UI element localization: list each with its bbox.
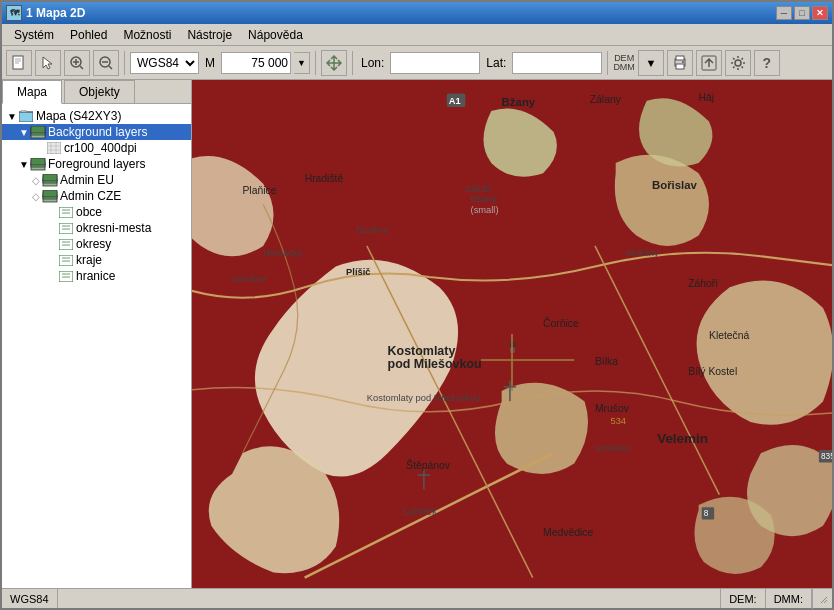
- okresni-icon: [58, 221, 74, 235]
- kraje-label: kraje: [76, 253, 102, 267]
- pan-button[interactable]: [321, 50, 347, 76]
- scale-dropdown-arrow[interactable]: ▼: [294, 52, 310, 74]
- admin-eu-icon: [42, 173, 58, 187]
- expand-fg[interactable]: ▼: [18, 157, 30, 171]
- svg-text:Kostomlaty pod Milešovkou: Kostomlaty pod Milešovkou: [367, 393, 481, 403]
- close-button[interactable]: ✕: [812, 6, 828, 20]
- tree-item-hranice[interactable]: hranice: [2, 268, 191, 284]
- menu-help[interactable]: Nápověda: [240, 26, 311, 44]
- panel-tabs: Mapa Objekty: [2, 80, 191, 104]
- window-title: 1 Mapa 2D: [26, 6, 85, 20]
- svg-text:Medvědice: Medvědice: [543, 527, 593, 538]
- zoom-in-button[interactable]: [64, 50, 90, 76]
- minimize-button[interactable]: ─: [776, 6, 792, 20]
- title-bar-buttons: ─ □ ✕: [776, 6, 828, 20]
- scale-input[interactable]: [221, 52, 291, 74]
- tab-objects[interactable]: Objekty: [64, 80, 135, 103]
- config-button[interactable]: [725, 50, 751, 76]
- export-button[interactable]: [696, 50, 722, 76]
- sep4: [607, 51, 608, 75]
- tree-item-bg-layers[interactable]: ▼ Background layers: [2, 124, 191, 140]
- svg-rect-17: [19, 112, 33, 122]
- expand-admin-cze[interactable]: ◇: [30, 189, 42, 203]
- lon-label: Lon:: [358, 56, 387, 70]
- tree-item-cr100[interactable]: cr100_400dpi: [2, 140, 191, 156]
- maximize-button[interactable]: □: [794, 6, 810, 20]
- menu-view[interactable]: Pohled: [62, 26, 115, 44]
- svg-text:Bžany: Bžany: [471, 194, 497, 204]
- window-icon: 🗺: [6, 5, 22, 21]
- kraje-icon: [58, 253, 74, 267]
- svg-rect-35: [43, 190, 57, 197]
- tree-item-obce[interactable]: obce: [2, 204, 191, 220]
- svg-line-10: [109, 66, 112, 69]
- svg-text:Čorňice: Čorňice: [543, 317, 579, 329]
- svg-text:Luhnek: Luhnek: [403, 506, 438, 517]
- tree-item-okresy[interactable]: okresy: [2, 236, 191, 252]
- svg-text:Plaňice: Plaňice: [242, 185, 276, 196]
- tree-item-kraje[interactable]: kraje: [2, 252, 191, 268]
- okresy-icon: [58, 237, 74, 251]
- dem-arrow-button[interactable]: ▼: [638, 50, 664, 76]
- svg-text:Bílka: Bílka: [595, 356, 618, 367]
- map-canvas[interactable]: Bžany Zálany Háj Plaňice Hradiště Bořisl…: [192, 80, 832, 588]
- bg-layers-label: Background layers: [48, 125, 147, 139]
- menu-tools[interactable]: Nástroje: [179, 26, 240, 44]
- svg-rect-29: [31, 158, 45, 165]
- svg-text:534: 534: [610, 416, 626, 426]
- svg-point-14: [682, 61, 684, 63]
- svg-text:Háj: Háj: [699, 92, 715, 103]
- svg-text:Záhoří: Záhoří: [688, 278, 718, 289]
- lon-input[interactable]: [390, 52, 480, 74]
- resize-grip[interactable]: [812, 589, 832, 609]
- lat-input[interactable]: [512, 52, 602, 74]
- svg-text:Plíšič: Plíšič: [346, 267, 370, 277]
- tree-item-fg-layers[interactable]: ▼ Foreground layers: [2, 156, 191, 172]
- obce-icon: [58, 205, 74, 219]
- expand-admin-eu[interactable]: ◇: [30, 173, 42, 187]
- print-button[interactable]: [667, 50, 693, 76]
- svg-text:Kletečná: Kletečná: [709, 330, 750, 341]
- sep2: [315, 51, 316, 75]
- new-button[interactable]: [6, 50, 32, 76]
- tree-item-admin-eu[interactable]: ◇ Admin EU: [2, 172, 191, 188]
- main-area: Mapa Objekty ▼ Mapa (S42XY3) ▼: [2, 80, 832, 588]
- tree-item-admin-cze[interactable]: ◇ Admin CZE: [2, 188, 191, 204]
- svg-text:Záluží: Záluží: [465, 184, 491, 194]
- lat-label: Lat:: [483, 56, 509, 70]
- status-center: [58, 589, 722, 608]
- tab-map[interactable]: Mapa: [2, 80, 62, 104]
- hranice-label: hranice: [76, 269, 115, 283]
- hranice-icon: [58, 269, 74, 283]
- expand-bg[interactable]: ▼: [18, 125, 30, 139]
- menu-bar: Systém Pohled Možnosti Nástroje Nápověda: [2, 24, 832, 46]
- tree-item-mapa[interactable]: ▼ Mapa (S42XY3): [2, 108, 191, 124]
- svg-text:Kostomlaty: Kostomlaty: [388, 344, 456, 358]
- expand-okresni: [46, 221, 58, 235]
- dem-dmm-label: DEM DMM: [613, 54, 635, 72]
- cr100-label: cr100_400dpi: [64, 141, 137, 155]
- menu-system[interactable]: Systém: [6, 26, 62, 44]
- svg-rect-12: [676, 64, 684, 69]
- svg-text:8: 8: [704, 508, 709, 518]
- zoom-out-button[interactable]: [93, 50, 119, 76]
- svg-rect-42: [59, 239, 73, 250]
- status-coord-sys: WGS84: [2, 589, 58, 608]
- svg-text:Kostelec: Kostelec: [595, 443, 631, 453]
- expand-hranice: [46, 269, 58, 283]
- svg-text:Karoline: Karoline: [232, 274, 266, 284]
- toolbar: WGS84 S-JTSK UTM M ▼ Lon: Lat: DEM DMM ▼: [2, 46, 832, 80]
- svg-rect-13: [676, 56, 684, 60]
- map-svg: Bžany Zálany Háj Plaňice Hradiště Bořisl…: [192, 80, 832, 588]
- pointer-button[interactable]: [35, 50, 61, 76]
- tree-item-okresni-mesta[interactable]: okresni-mesta: [2, 220, 191, 236]
- layer-tree: ▼ Mapa (S42XY3) ▼: [2, 104, 191, 588]
- svg-rect-39: [59, 223, 73, 234]
- expand-mapa[interactable]: ▼: [6, 109, 18, 123]
- help-button[interactable]: ?: [754, 50, 780, 76]
- svg-text:Mrušov: Mrušov: [595, 403, 630, 414]
- coord-system-select[interactable]: WGS84 S-JTSK UTM: [130, 52, 199, 74]
- svg-rect-22: [47, 142, 61, 154]
- svg-text:Bouřice: Bouřice: [356, 225, 388, 235]
- menu-options[interactable]: Možnosti: [115, 26, 179, 44]
